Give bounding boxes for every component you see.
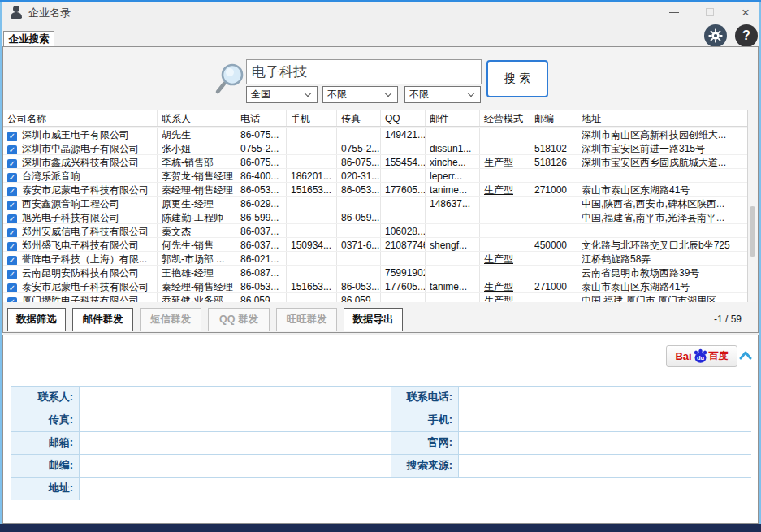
cell-phone: 86-037... [236,224,287,237]
cell-addr: 深圳市南山区高新科技园创维大... [577,128,747,141]
scrollbar-thumb[interactable] [750,206,755,257]
company-cell: ✓誉阵电子科技（上海）有限... [3,252,158,265]
company-name: 西安鑫源音响工程公司 [22,198,119,210]
cell-mode: 生产型 [480,293,530,302]
cell-fax: 020-31... [337,169,381,182]
minimize-icon [669,12,679,13]
row-checkbox[interactable]: ✓ [7,242,17,251]
toolbar-button-1[interactable]: 邮件群发 [72,308,133,331]
field-value[interactable] [459,432,752,454]
cell-fax: 0371-6... [337,238,381,251]
field-value[interactable] [80,455,391,477]
company-cell: ✓泰安市尼蒙电子科技有限公司 [3,279,158,292]
table-row[interactable]: ✓云南昆明安防科技有限公司王艳雄-经理86-087...75991902云南省昆… [3,266,747,279]
industry-dropdown[interactable]: 不限 [322,86,398,103]
search-button[interactable]: 搜 索 [486,60,548,97]
company-name: 台湾乐派音响 [22,171,80,182]
cell-fax: 0755-2... [337,141,381,154]
row-checkbox[interactable]: ✓ [7,256,17,265]
close-button[interactable]: × [732,2,759,22]
cell-mode [480,224,530,237]
row-checkbox[interactable]: ✓ [7,297,17,302]
table-scrollbar[interactable] [747,110,757,302]
field-value[interactable] [80,432,391,454]
minimize-button[interactable] [660,2,688,22]
field-value[interactable] [459,455,752,477]
baidu-button[interactable]: Bai du 百度 [666,345,737,367]
column-header[interactable]: 电话 [236,110,287,126]
field-value[interactable] [459,387,752,409]
company-name: 郑州盛飞电子科技有限公司 [22,240,139,251]
cell-fax: 86 059... [337,293,381,302]
cell-fax: 86-059... [337,210,381,223]
cell-mobile: 151653... [287,183,337,196]
column-header[interactable]: 地址 [577,110,747,126]
toolbar-button-5[interactable]: 数据导出 [344,308,403,331]
cell-zip [530,210,577,223]
table-row[interactable]: ✓旭光电子科技有限公司陈建勤-工程师86-599...86-059...中国,福… [3,210,747,224]
cell-mode [480,197,530,210]
cell-phone: 86-599... [236,210,287,223]
column-header[interactable]: QQ [381,110,426,126]
scroll-up-button[interactable] [737,347,754,363]
column-header[interactable]: 公司名称 [3,110,158,126]
table-row[interactable]: ✓郑州盛飞电子科技有限公司何先生-销售86-037...150934...037… [3,238,747,252]
table-row[interactable]: ✓西安鑫源音响工程公司原更生-经理86-029...148637...中国,陕西… [3,197,747,210]
column-header[interactable]: 传真 [337,110,381,126]
field-value[interactable] [80,387,391,409]
row-checkbox[interactable]: ✓ [7,145,17,154]
tab-enterprise-search[interactable]: 企业搜索 [3,31,54,47]
row-checkbox[interactable]: ✓ [7,283,17,292]
company-cell: ✓西安鑫源音响工程公司 [3,197,158,210]
cell-zip: 450000 [530,238,577,251]
table-row[interactable]: ✓泰安市尼蒙电子科技有限公司秦经理-销售经理86-053...151653...… [3,183,747,197]
cell-phone: 86-037... [236,238,287,251]
cell-mobile: 150934... [287,238,337,251]
table-row[interactable]: ✓深圳市中晶源电子有限公司张小姐0755-2...0755-2...dissun… [3,141,747,155]
table-row[interactable]: ✓深圳市鑫成兴科技有限公司李栋-销售部86-075...86-075...155… [3,155,747,169]
cell-fax: 86-053... [337,279,381,292]
row-checkbox[interactable]: ✓ [7,159,17,168]
row-checkbox[interactable]: ✓ [7,228,17,237]
table-row[interactable]: ✓誉阵电子科技（上海）有限...郭凯-市场部 ...86-021...生产型江桥… [3,252,747,266]
settings-button[interactable] [704,24,727,47]
column-header[interactable]: 邮编 [530,110,577,126]
table-row[interactable]: ✓泰安市尼蒙电子科技有限公司秦经理-销售经理86-053...151653...… [3,279,747,293]
field-value[interactable] [80,478,752,500]
column-header[interactable]: 联系人 [158,110,236,126]
app-icon [10,6,23,19]
field-value[interactable] [80,409,391,431]
maximize-button[interactable] [696,2,724,22]
cell-zip: 518126 [530,155,577,168]
cell-mail [426,293,480,302]
row-checkbox[interactable]: ✓ [7,187,17,196]
table-row[interactable]: ✓郑州安威信电子科技有限公司秦文杰86-037...106028... [3,224,747,238]
cell-mail: tanime... [426,279,480,292]
baidu-paw-icon: du [693,348,708,364]
help-button[interactable]: ? [735,24,758,47]
table-row[interactable]: ✓厦门攒胜电子科技有限公司乔延健-业务部...86 059...86 059..… [3,293,747,302]
cell-mode [480,141,530,154]
scope-dropdown[interactable]: 不限 [404,86,481,103]
row-checkbox[interactable]: ✓ [7,132,17,141]
row-checkbox[interactable]: ✓ [7,270,17,279]
table-row[interactable]: ✓深圳市威王电子有限公司胡先生86-075...149421...深圳市南山区高… [3,128,747,141]
column-header[interactable]: 经营模式 [480,110,530,126]
company-name: 深圳市鑫成兴科技有限公司 [22,157,139,168]
cell-mobile [287,252,337,265]
table-row[interactable]: ✓台湾乐派音响李贺龙-销售经理86-400...186201...020-31.… [3,169,747,183]
row-checkbox[interactable]: ✓ [7,173,17,182]
search-input[interactable] [246,59,482,84]
field-value[interactable] [459,409,752,431]
column-header[interactable]: 手机 [287,110,337,126]
row-checkbox[interactable]: ✓ [7,201,17,210]
cell-zip [530,197,577,210]
cell-phone: 86-021... [236,252,287,265]
region-dropdown[interactable]: 全国 [246,86,318,103]
cell-mail [426,224,480,237]
row-checkbox[interactable]: ✓ [7,214,17,223]
cell-phone: 86 059... [236,293,287,302]
column-header[interactable]: 邮件 [426,110,480,126]
cell-fax: 86-053... [337,183,381,196]
toolbar-button-0[interactable]: 数据筛选 [7,308,66,331]
